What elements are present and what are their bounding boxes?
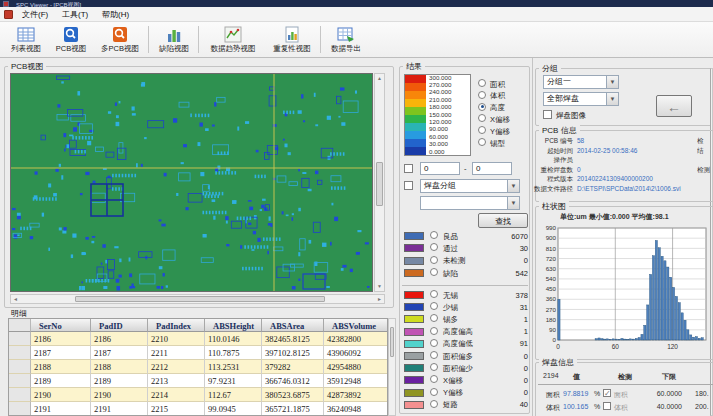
scroll-left-icon[interactable]: ◄ — [13, 297, 18, 302]
table-row-cell[interactable]: 2187 — [31, 346, 91, 360]
menu-item-2[interactable]: 工具(T) — [56, 9, 94, 21]
metric-radio-锡型[interactable] — [478, 138, 486, 146]
legend-count: 6070 — [486, 232, 528, 241]
menu-item-1[interactable]: 文件(F) — [16, 9, 54, 21]
details-row-selector[interactable] — [9, 402, 31, 416]
toolbar-button-3[interactable]: 多PCB视图 — [94, 24, 146, 56]
table-row-cell[interactable]: 2214 — [148, 388, 205, 402]
legend-radio-无锡[interactable] — [430, 290, 438, 298]
table-row-cell[interactable]: 110.0146 — [205, 332, 262, 346]
svg-text:720: 720 — [546, 255, 557, 262]
table-row-cell[interactable]: 42382800 — [324, 332, 388, 346]
table-row-cell[interactable]: 2186 — [31, 332, 91, 346]
table-row-cell[interactable]: 42873892 — [324, 388, 388, 402]
pcb-info-label: 重检焊盘数 — [533, 166, 573, 175]
scroll-right-icon[interactable]: ► — [377, 297, 382, 302]
legend-radio-面积偏多[interactable] — [430, 351, 438, 359]
table-row-cell[interactable]: 36240948 — [324, 402, 388, 416]
toolbar-button-1[interactable]: 列表视图 — [4, 24, 48, 56]
pad-group-select[interactable]: 焊盘分组▼ — [420, 179, 520, 193]
colorscale-band — [405, 91, 426, 99]
legend-radio-Y偏移[interactable] — [430, 388, 438, 396]
scroll-down-icon[interactable]: ▼ — [377, 284, 382, 289]
table-row-cell[interactable]: 35912948 — [324, 374, 388, 388]
legend-count: 1 — [486, 327, 528, 336]
table-row-cell[interactable]: 365721.1875 — [262, 402, 324, 416]
table-row-cell[interactable]: 97.9231 — [205, 374, 262, 388]
pad-select-value: 全部焊盘 — [547, 94, 579, 103]
toolbar-button-5[interactable]: 数据趋势视图 — [202, 24, 264, 56]
range-to-input[interactable]: 0 — [472, 162, 512, 175]
table-row-cell[interactable]: 2210 — [148, 332, 205, 346]
scroll-up-icon[interactable]: ▲ — [377, 76, 382, 81]
table-row-cell[interactable]: 42954880 — [324, 360, 388, 374]
table-row-cell[interactable]: 379282 — [262, 360, 324, 374]
table-row-cell[interactable]: 397102.8125 — [262, 346, 324, 360]
table-row-cell[interactable]: 2188 — [91, 360, 148, 374]
chevron-down-icon[interactable]: ▼ — [507, 180, 519, 192]
table-row-cell[interactable]: 2187 — [91, 346, 148, 360]
table-row-cell[interactable]: 113.2531 — [205, 360, 262, 374]
range-filter-checkbox[interactable] — [404, 164, 413, 173]
metric-radio-label: X偏移 — [490, 115, 510, 125]
pad-select[interactable]: 全部焊盘▼ — [543, 92, 619, 106]
details-row-selector[interactable] — [9, 388, 31, 402]
metric-radio-高度[interactable] — [478, 103, 486, 111]
table-row-cell[interactable]: 2212 — [148, 360, 205, 374]
table-row-cell[interactable]: 2190 — [31, 388, 91, 402]
pad-group-checkbox[interactable] — [404, 181, 413, 190]
chevron-down-icon[interactable]: ▼ — [606, 76, 618, 88]
table-row-cell[interactable]: 2191 — [31, 402, 91, 416]
table-row-cell[interactable]: 2189 — [91, 374, 148, 388]
pcb-vertical-scrollbar[interactable]: ▲ ▼ — [374, 73, 385, 292]
details-row-selector[interactable] — [9, 332, 31, 346]
table-row-cell[interactable]: 43906092 — [324, 346, 388, 360]
table-row-cell[interactable]: 2189 — [31, 374, 91, 388]
pcb-horizontal-scrollbar[interactable]: ◄ ► — [10, 294, 385, 304]
menu-item-3[interactable]: 帮助(H) — [96, 9, 135, 21]
pcb-hscroll-thumb[interactable] — [75, 296, 325, 302]
toolbar-button-7[interactable]: 数据导出 — [324, 24, 368, 56]
table-row-cell[interactable]: 366746.0312 — [262, 374, 324, 388]
chevron-down-icon[interactable]: ▼ — [606, 93, 618, 105]
table-row-cell[interactable]: 2211 — [148, 346, 205, 360]
table-row-cell[interactable]: 112.67 — [205, 388, 262, 402]
toolbar-button-6[interactable]: 重复性视图 — [266, 24, 318, 56]
legend-radio-高度偏高[interactable] — [430, 327, 438, 335]
pad-info-check-体积[interactable] — [603, 402, 611, 410]
details-row-selector[interactable] — [9, 360, 31, 374]
details-row-selector[interactable] — [9, 374, 31, 388]
pad-subgroup-select[interactable]: ▼ — [420, 196, 520, 210]
details-row-selector[interactable] — [9, 346, 31, 360]
legend-radio-高度偏低[interactable] — [430, 339, 438, 347]
legend-radio-良品[interactable] — [430, 231, 438, 239]
table-row-cell[interactable]: 380523.6875 — [262, 388, 324, 402]
table-row-cell[interactable]: 99.0945 — [205, 402, 262, 416]
details-scroll-thumb[interactable] — [390, 327, 394, 357]
pad-info-check-面积[interactable]: ✓ — [603, 389, 611, 397]
back-arrow-button[interactable]: ← — [656, 95, 692, 117]
chevron-down-icon[interactable]: ▼ — [507, 197, 519, 209]
toolbar-button-2[interactable]: PCB视图 — [50, 24, 92, 56]
details-scrollbar[interactable] — [388, 318, 396, 416]
table-row-cell[interactable]: 110.7875 — [205, 346, 262, 360]
pad-image-checkbox[interactable] — [543, 110, 552, 119]
legend-radio-短路[interactable] — [430, 400, 438, 408]
toolbar-button-4[interactable]: 缺陷视图 — [152, 24, 196, 56]
pad-info-title: 焊盘信息 — [539, 357, 577, 368]
table-row-cell[interactable]: 2188 — [31, 360, 91, 374]
table-row-cell[interactable]: 2186 — [91, 332, 148, 346]
legend-radio-未检测[interactable] — [430, 256, 438, 264]
metric-radio-体积[interactable] — [478, 91, 486, 99]
metric-radio-面积[interactable] — [478, 79, 486, 87]
group-select[interactable]: 分组一▼ — [543, 75, 619, 89]
table-row-cell[interactable]: 2190 — [91, 388, 148, 402]
pcb-canvas[interactable] — [10, 73, 373, 292]
table-row-cell[interactable]: 2213 — [148, 374, 205, 388]
table-row-cell[interactable]: 382465.8125 — [262, 332, 324, 346]
table-row-cell[interactable]: 2215 — [148, 402, 205, 416]
range-from-input[interactable]: 0 — [420, 162, 460, 175]
table-row-cell[interactable]: 2191 — [91, 402, 148, 416]
pcb-vscroll-thumb[interactable] — [376, 162, 383, 206]
search-button[interactable]: 查找 — [478, 213, 528, 228]
